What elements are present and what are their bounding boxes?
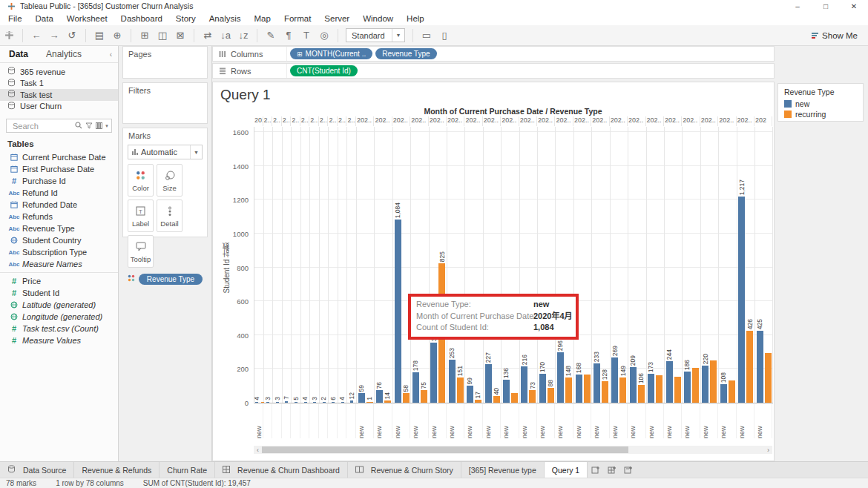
menu-help[interactable]: Help: [400, 12, 431, 25]
marks-pill-revenue-type[interactable]: Revenue Type: [139, 274, 203, 285]
bar-new[interactable]: [285, 401, 288, 403]
presentation-mode-icon[interactable]: ▯: [437, 28, 452, 43]
menu-worksheet[interactable]: Worksheet: [60, 12, 114, 25]
save-icon[interactable]: ▤: [92, 28, 107, 43]
new-worksheet-icon[interactable]: [588, 462, 604, 478]
bar-recurring[interactable]: [529, 390, 536, 403]
search-icon[interactable]: [75, 122, 82, 131]
bar-new[interactable]: [666, 361, 673, 403]
bar-new[interactable]: [350, 400, 353, 403]
field-purchase-id[interactable]: #Purchase Id: [0, 175, 118, 187]
pages-card[interactable]: Pages: [122, 46, 208, 79]
datasource-365-revenue[interactable]: 365 revenue: [0, 66, 118, 78]
fit-selector-icon[interactable]: ▭: [419, 28, 434, 43]
swap-axes-icon[interactable]: ⇄: [200, 28, 215, 43]
bar-new[interactable]: [757, 331, 763, 403]
sheet-tab-data-source[interactable]: Data Source: [0, 462, 74, 478]
bar-new[interactable]: [323, 402, 326, 403]
field-current-purchase-date[interactable]: Current Purchase Date: [0, 151, 118, 163]
bar-recurring[interactable]: [619, 377, 626, 403]
close-button[interactable]: ✕: [840, 0, 868, 12]
mark-type-dropdown[interactable]: Automatic ▼: [128, 145, 203, 159]
clear-sheet-icon[interactable]: ⊠: [173, 28, 188, 43]
color-legend[interactable]: Revenue Type newrecurring: [777, 83, 864, 122]
bar-new[interactable]: [266, 402, 269, 403]
legend-item-new[interactable]: new: [778, 99, 863, 109]
bar-recurring[interactable]: [765, 353, 772, 403]
view-options-icon[interactable]: [96, 122, 102, 131]
field-refunds[interactable]: AbcRefunds: [0, 211, 118, 222]
menu-map[interactable]: Map: [248, 12, 277, 25]
tableau-home-icon[interactable]: [1, 28, 16, 43]
bar-recurring[interactable]: [710, 360, 717, 403]
legend-item-recurring[interactable]: recurring: [778, 109, 863, 119]
field-refunded-date[interactable]: Refunded Date: [0, 199, 118, 211]
sheet-tab-revenue-refunds[interactable]: Revenue & Refunds: [74, 462, 160, 478]
tooltip-button[interactable]: Tooltip: [128, 235, 154, 268]
bar-new[interactable]: [576, 375, 582, 403]
bar-new[interactable]: [304, 402, 307, 403]
new-dashboard-icon[interactable]: [604, 462, 620, 478]
field-price[interactable]: #Price: [0, 275, 118, 287]
sort-descending-icon[interactable]: ↓z: [236, 28, 251, 43]
field-first-purchase-date[interactable]: First Purchase Date: [0, 163, 118, 175]
field-subscription-type[interactable]: AbcSubscription Type: [0, 246, 118, 258]
sheet-tab-query-1[interactable]: Query 1: [545, 462, 588, 478]
bar-new[interactable]: [611, 357, 618, 403]
scrollbar-thumb[interactable]: [262, 446, 628, 453]
bar-new[interactable]: [430, 343, 437, 403]
bar-new[interactable]: [276, 402, 279, 403]
tab-analytics[interactable]: Analytics: [37, 49, 91, 59]
new-story-icon[interactable]: [620, 462, 637, 478]
datasource-task-1[interactable]: Task 1: [0, 78, 118, 90]
size-button[interactable]: Size: [157, 164, 183, 197]
color-button[interactable]: Color: [128, 164, 154, 197]
field-longitude-generated-[interactable]: Longitude (generated): [0, 311, 118, 323]
scroll-right-icon[interactable]: ›: [764, 446, 772, 454]
bar-recurring[interactable]: [511, 393, 518, 403]
bar-new[interactable]: [702, 366, 708, 403]
filter-funnel-icon[interactable]: [85, 122, 93, 131]
bar-new[interactable]: [539, 374, 546, 403]
bar-new[interactable]: [295, 402, 297, 403]
field-latitude-generated-[interactable]: Latitude (generated): [0, 299, 118, 311]
bar-new[interactable]: [467, 386, 473, 403]
bar-recurring[interactable]: [548, 388, 554, 403]
bar-recurring[interactable]: [403, 393, 410, 403]
bar-recurring[interactable]: [602, 381, 608, 403]
duplicate-sheet-icon[interactable]: ◫: [155, 28, 170, 43]
new-worksheet-icon[interactable]: ⊞: [137, 28, 152, 43]
label-button[interactable]: TLabel: [128, 200, 154, 232]
menu-analysis[interactable]: Analysis: [203, 12, 248, 25]
pill-month-current-[interactable]: ⊞MONTH(Current ..: [290, 48, 372, 59]
fit-mode-dropdown[interactable]: Standard ▼: [346, 28, 405, 42]
bar-recurring[interactable]: [475, 400, 481, 403]
maximize-button[interactable]: □: [812, 0, 840, 12]
columns-shelf[interactable]: Columns ⊞MONTH(Current ..Revenue Type: [212, 46, 775, 62]
minimize-button[interactable]: –: [783, 0, 812, 12]
bar-recurring[interactable]: [656, 375, 662, 403]
bar-recurring[interactable]: [746, 331, 753, 403]
menu-data[interactable]: Data: [29, 12, 60, 25]
rows-shelf[interactable]: Rows CNT(Student Id): [212, 63, 775, 79]
sheet-tab--365-revenue-type[interactable]: [365] Revenue type: [461, 462, 545, 478]
field-task-test-csv-count-[interactable]: #Task test.csv (Count): [0, 323, 118, 334]
bar-new[interactable]: [341, 402, 344, 403]
field-measure-names[interactable]: AbcMeasure Names: [0, 258, 118, 270]
sheet-tab-revenue-churn-story[interactable]: Revenue & Churn Story: [348, 462, 461, 478]
field-student-id[interactable]: #Student Id: [0, 287, 118, 299]
bar-new[interactable]: [395, 220, 401, 403]
bar-recurring[interactable]: [421, 390, 427, 403]
undo-icon[interactable]: ←: [29, 28, 44, 43]
bar-new[interactable]: [594, 363, 600, 403]
bar-new[interactable]: [684, 372, 691, 403]
sheet-tab-churn-rate[interactable]: Churn Rate: [160, 462, 215, 478]
filters-card[interactable]: Filters: [122, 82, 208, 124]
replay-icon[interactable]: ↺: [65, 28, 79, 43]
bar-recurring[interactable]: [384, 400, 391, 403]
field-student-country[interactable]: Student Country: [0, 234, 118, 246]
add-data-icon[interactable]: ⊕: [110, 28, 125, 43]
bar-recurring[interactable]: [674, 377, 681, 403]
field-measure-values[interactable]: #Measure Values: [0, 334, 118, 346]
bar-recurring[interactable]: [457, 377, 464, 403]
